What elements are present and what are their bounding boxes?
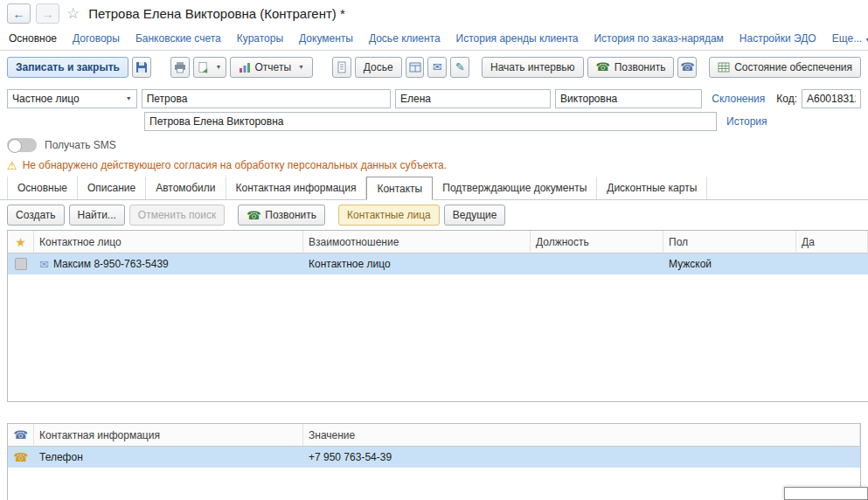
favorite-column-header[interactable]: ★ [8, 231, 34, 253]
gender-cell: Мужской [663, 253, 796, 274]
consent-warning: ⚠ Не обнаружено действующего согласия на… [0, 156, 868, 174]
column-header-contact-info[interactable]: Контактная информация [34, 424, 303, 447]
file-icon [336, 61, 348, 73]
column-header-position[interactable]: Должность [531, 231, 663, 253]
provision-state-label: Состояние обеспечения [734, 61, 852, 73]
warning-icon: ⚠ [7, 159, 17, 172]
code-field[interactable] [802, 89, 861, 108]
contact-info-row[interactable]: ☎ Телефон +7 950 763-54-39 [8, 447, 860, 468]
column-header-birthdate[interactable]: Да [796, 231, 868, 253]
tab-cars[interactable]: Автомобили [146, 177, 226, 199]
find-label: Найти... [78, 209, 116, 221]
column-header-relation[interactable]: Взаимоотношение [303, 231, 531, 253]
cancel-search-button[interactable]: Отменить поиск [129, 205, 225, 226]
save-button[interactable] [132, 57, 151, 78]
dossier-button[interactable]: Досье [355, 57, 402, 78]
relation-cell: Контактное лицо [303, 253, 531, 274]
back-arrow-icon: ← [13, 7, 25, 21]
dossier-label: Досье [364, 61, 393, 73]
nav-item-more[interactable]: Еще...▼ [832, 32, 868, 45]
contacts-table-empty-area [8, 274, 868, 401]
sms-row: Получать SMS [0, 134, 868, 156]
row-marker-cell [8, 253, 34, 274]
favorite-star-icon[interactable]: ☆ [66, 4, 80, 23]
history-link[interactable]: История [726, 115, 767, 128]
declension-link[interactable]: Склонения [712, 93, 765, 105]
full-name-field[interactable] [144, 112, 717, 131]
contacts-table-row[interactable]: ✉ Максим 8-950-763-5439 Контактное лицо … [8, 253, 868, 274]
contacts-table-header: ★ Контактное лицо Взаимоотношение Должно… [8, 231, 868, 253]
contact-info-header: ☎ Контактная информация Значение [8, 424, 860, 447]
filter-leading-button[interactable]: Ведущие [444, 205, 506, 226]
tab-main[interactable]: Основные [7, 177, 78, 199]
nav-item-curators[interactable]: Кураторы [237, 32, 283, 45]
tab-description[interactable]: Описание [78, 177, 146, 199]
window-title: Петрова Елена Викторовна (Контрагент) * [88, 6, 345, 21]
phone-icon: ☎ [13, 450, 28, 464]
tab-contact-info[interactable]: Контактная информация [226, 177, 367, 199]
contact-cell: ✉ Максим 8-950-763-5439 [34, 253, 303, 274]
cancel-search-label: Отменить поиск [138, 209, 216, 221]
nav-more-label: Еще... [832, 32, 862, 45]
filter-contact-persons-button[interactable]: Контактные лица [338, 205, 440, 226]
nav-item-bank-accounts[interactable]: Банковские счета [135, 32, 221, 45]
first-name-field[interactable] [395, 89, 551, 108]
nav-item-work-orders-history[interactable]: История по заказ-нарядам [594, 32, 723, 45]
last-name-field[interactable] [142, 89, 391, 108]
save-and-close-button[interactable]: Записать и закрыть [7, 57, 128, 78]
contact-info-table: ☎ Контактная информация Значение ☎ Телеф… [7, 423, 861, 500]
back-button[interactable]: ← [7, 3, 31, 24]
nav-item-documents[interactable]: Документы [299, 32, 353, 45]
nav-item-main[interactable]: Основное [9, 32, 57, 45]
report-bars-icon [239, 61, 251, 73]
forward-button[interactable]: → [36, 3, 59, 24]
phone-extra-button[interactable]: ☎ [677, 57, 697, 78]
card-button[interactable] [406, 57, 425, 78]
chevron-down-icon: ▼ [865, 37, 868, 43]
call-button[interactable]: ☎ Позвонить [587, 57, 675, 78]
mail-button[interactable]: ✉ [427, 57, 447, 78]
nav-item-edo-settings[interactable]: Настройки ЭДО [740, 32, 816, 45]
middle-name-field[interactable] [555, 89, 702, 108]
tab-contacts[interactable]: Контакты [366, 177, 433, 200]
start-interview-label: Начать интервью [490, 61, 575, 73]
position-cell [531, 253, 663, 274]
type-icon-cell: ☎ [8, 447, 34, 468]
nav-item-rent-history[interactable]: История аренды клиента [456, 32, 579, 45]
find-button[interactable]: Найти... [69, 205, 125, 226]
sign-button[interactable]: ✎ [450, 57, 469, 78]
section-navbar: Основное Договоры Банковские счета Курат… [0, 27, 868, 51]
column-header-gender[interactable]: Пол [663, 231, 796, 253]
phone-icon: ☎ [596, 61, 610, 73]
contacts-call-button[interactable]: ☎ Позвонить [238, 205, 325, 226]
tab-discount-cards[interactable]: Дисконтные карты [597, 177, 707, 199]
envelope-icon: ✉ [433, 61, 442, 73]
info-value-cell: +7 950 763-54-39 [303, 447, 860, 468]
reports-button[interactable]: Отчеты ▼ [230, 57, 313, 78]
full-name-row: История [7, 111, 861, 131]
column-header-contact[interactable]: Контактное лицо [34, 231, 303, 253]
person-form: Частное лицо ▼ Склонения Код: История [0, 83, 868, 131]
provision-state-button[interactable]: Состояние обеспечения [709, 57, 861, 78]
sms-toggle[interactable] [7, 138, 37, 152]
phone-icon: ☎ [247, 210, 260, 221]
pencil-icon: ✎ [455, 61, 465, 73]
person-type-select[interactable]: Частное лицо ▼ [7, 89, 137, 108]
create-based-on-button[interactable]: ▼ [193, 57, 226, 78]
file-button[interactable] [332, 57, 351, 78]
type-icon-column-header[interactable]: ☎ [8, 424, 34, 447]
tab-confirming-documents[interactable]: Подтверждающие документы [433, 177, 597, 199]
nav-item-client-dossier[interactable]: Досье клиента [369, 32, 441, 45]
column-header-value[interactable]: Значение [303, 424, 860, 447]
nav-item-contracts[interactable]: Договоры [73, 32, 120, 45]
chevron-down-icon: ▼ [126, 95, 132, 101]
print-button[interactable] [170, 57, 190, 78]
save-and-close-label: Записать и закрыть [16, 61, 120, 73]
call-label: Позвонить [615, 61, 666, 73]
document-arrow-icon [198, 61, 209, 73]
name-row: Частное лицо ▼ Склонения Код: [7, 88, 861, 108]
chevron-down-icon: ▼ [216, 64, 222, 70]
create-button[interactable]: Создать [7, 205, 65, 226]
start-interview-button[interactable]: Начать интервью [482, 57, 584, 78]
star-icon: ★ [15, 235, 26, 249]
